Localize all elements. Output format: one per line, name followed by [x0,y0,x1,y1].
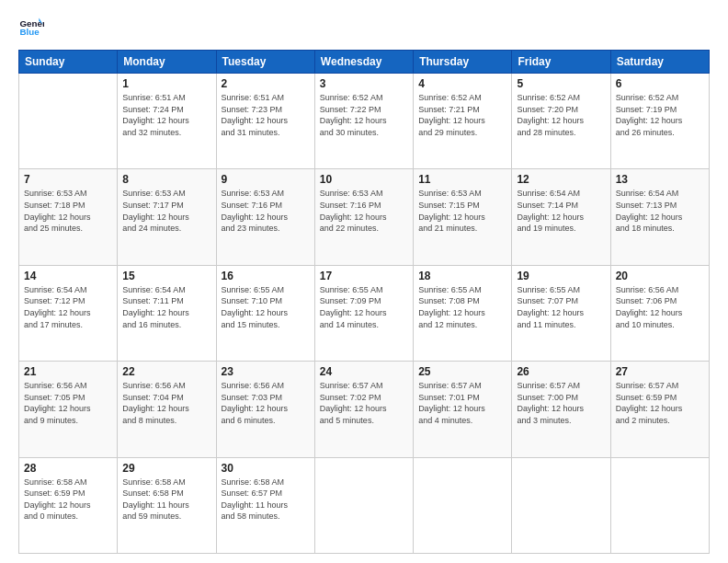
cell-info: Sunrise: 6:58 AM Sunset: 6:57 PM Dayligh… [222,477,310,523]
calendar-cell: 17Sunrise: 6:55 AM Sunset: 7:09 PM Dayli… [314,265,413,361]
cell-info: Sunrise: 6:54 AM Sunset: 7:11 PM Dayligh… [122,284,210,330]
cell-info: Sunrise: 6:57 AM Sunset: 7:00 PM Dayligh… [517,380,605,426]
day-header-monday: Monday [118,51,216,74]
day-number: 17 [320,270,408,282]
day-header-saturday: Saturday [610,51,709,74]
day-header-thursday: Thursday [414,51,512,74]
calendar-cell [610,457,709,553]
cell-info: Sunrise: 6:53 AM Sunset: 7:16 PM Dayligh… [320,188,408,234]
calendar-cell: 16Sunrise: 6:55 AM Sunset: 7:10 PM Dayli… [216,265,314,361]
calendar-cell: 27Sunrise: 6:57 AM Sunset: 6:59 PM Dayli… [610,362,709,457]
day-number: 14 [24,270,112,282]
calendar-cell [414,457,512,553]
cell-info: Sunrise: 6:58 AM Sunset: 6:58 PM Dayligh… [122,477,210,523]
calendar-cell: 18Sunrise: 6:55 AM Sunset: 7:08 PM Dayli… [414,265,512,361]
calendar-cell: 5Sunrise: 6:52 AM Sunset: 7:20 PM Daylig… [512,74,610,169]
day-number: 22 [122,365,210,378]
day-number: 5 [517,77,605,90]
calendar-cell: 29Sunrise: 6:58 AM Sunset: 6:58 PM Dayli… [118,457,216,553]
cell-info: Sunrise: 6:51 AM Sunset: 7:24 PM Dayligh… [122,92,210,138]
day-number: 7 [24,173,112,186]
calendar-cell: 9Sunrise: 6:53 AM Sunset: 7:16 PM Daylig… [216,169,314,265]
cell-info: Sunrise: 6:52 AM Sunset: 7:21 PM Dayligh… [418,92,506,138]
day-number: 23 [222,365,310,378]
calendar-cell: 14Sunrise: 6:54 AM Sunset: 7:12 PM Dayli… [19,265,118,361]
day-number: 13 [616,173,704,186]
day-number: 6 [616,77,704,90]
cell-info: Sunrise: 6:53 AM Sunset: 7:18 PM Dayligh… [24,188,112,234]
calendar-cell: 2Sunrise: 6:51 AM Sunset: 7:23 PM Daylig… [216,74,314,169]
calendar-cell: 4Sunrise: 6:52 AM Sunset: 7:21 PM Daylig… [414,74,512,169]
day-number: 30 [222,462,310,475]
cell-info: Sunrise: 6:56 AM Sunset: 7:05 PM Dayligh… [24,380,112,426]
cell-info: Sunrise: 6:55 AM Sunset: 7:07 PM Dayligh… [517,284,605,330]
day-number: 1 [122,77,210,90]
svg-text:Blue: Blue [19,27,40,37]
cell-info: Sunrise: 6:53 AM Sunset: 7:15 PM Dayligh… [418,188,506,234]
calendar-cell: 3Sunrise: 6:52 AM Sunset: 7:22 PM Daylig… [314,74,413,169]
calendar-cell [314,457,413,553]
day-number: 20 [616,270,704,282]
cell-info: Sunrise: 6:56 AM Sunset: 7:06 PM Dayligh… [616,284,704,330]
cell-info: Sunrise: 6:57 AM Sunset: 7:01 PM Dayligh… [418,380,506,426]
calendar: SundayMondayTuesdayWednesdayThursdayFrid… [18,50,710,554]
cell-info: Sunrise: 6:58 AM Sunset: 6:59 PM Dayligh… [24,477,112,523]
day-number: 28 [24,462,112,475]
cell-info: Sunrise: 6:52 AM Sunset: 7:22 PM Dayligh… [320,92,408,138]
cell-info: Sunrise: 6:56 AM Sunset: 7:03 PM Dayligh… [222,380,310,426]
cell-info: Sunrise: 6:55 AM Sunset: 7:08 PM Dayligh… [418,284,506,330]
calendar-cell: 20Sunrise: 6:56 AM Sunset: 7:06 PM Dayli… [610,265,709,361]
calendar-cell: 25Sunrise: 6:57 AM Sunset: 7:01 PM Dayli… [414,362,512,457]
calendar-cell: 11Sunrise: 6:53 AM Sunset: 7:15 PM Dayli… [414,169,512,265]
calendar-cell: 21Sunrise: 6:56 AM Sunset: 7:05 PM Dayli… [19,362,118,457]
calendar-cell: 13Sunrise: 6:54 AM Sunset: 7:13 PM Dayli… [610,169,709,265]
calendar-cell: 1Sunrise: 6:51 AM Sunset: 7:24 PM Daylig… [118,74,216,169]
calendar-cell [19,74,118,169]
day-number: 27 [616,365,704,378]
day-number: 16 [222,270,310,282]
calendar-cell [512,457,610,553]
calendar-cell: 19Sunrise: 6:55 AM Sunset: 7:07 PM Dayli… [512,265,610,361]
cell-info: Sunrise: 6:55 AM Sunset: 7:09 PM Dayligh… [320,284,408,330]
day-number: 24 [320,365,408,378]
day-header-tuesday: Tuesday [216,51,314,74]
day-number: 15 [122,270,210,282]
calendar-cell: 23Sunrise: 6:56 AM Sunset: 7:03 PM Dayli… [216,362,314,457]
calendar-cell: 10Sunrise: 6:53 AM Sunset: 7:16 PM Dayli… [314,169,413,265]
calendar-cell: 12Sunrise: 6:54 AM Sunset: 7:14 PM Dayli… [512,169,610,265]
day-number: 21 [24,365,112,378]
calendar-cell: 6Sunrise: 6:52 AM Sunset: 7:19 PM Daylig… [610,74,709,169]
calendar-cell: 24Sunrise: 6:57 AM Sunset: 7:02 PM Dayli… [314,362,413,457]
day-number: 25 [418,365,506,378]
calendar-cell: 15Sunrise: 6:54 AM Sunset: 7:11 PM Dayli… [118,265,216,361]
day-number: 19 [517,270,605,282]
cell-info: Sunrise: 6:51 AM Sunset: 7:23 PM Dayligh… [222,92,310,138]
calendar-cell: 30Sunrise: 6:58 AM Sunset: 6:57 PM Dayli… [216,457,314,553]
cell-info: Sunrise: 6:56 AM Sunset: 7:04 PM Dayligh… [122,380,210,426]
cell-info: Sunrise: 6:57 AM Sunset: 7:02 PM Dayligh… [320,380,408,426]
day-number: 29 [122,462,210,475]
cell-info: Sunrise: 6:53 AM Sunset: 7:17 PM Dayligh… [122,188,210,234]
calendar-cell: 22Sunrise: 6:56 AM Sunset: 7:04 PM Dayli… [118,362,216,457]
cell-info: Sunrise: 6:55 AM Sunset: 7:10 PM Dayligh… [222,284,310,330]
day-number: 8 [122,173,210,186]
cell-info: Sunrise: 6:54 AM Sunset: 7:14 PM Dayligh… [517,188,605,234]
day-header-wednesday: Wednesday [314,51,413,74]
day-number: 3 [320,77,408,90]
calendar-cell: 8Sunrise: 6:53 AM Sunset: 7:17 PM Daylig… [118,169,216,265]
cell-info: Sunrise: 6:53 AM Sunset: 7:16 PM Dayligh… [222,188,310,234]
calendar-cell: 28Sunrise: 6:58 AM Sunset: 6:59 PM Dayli… [19,457,118,553]
logo: General Blue [18,15,46,40]
calendar-cell: 26Sunrise: 6:57 AM Sunset: 7:00 PM Dayli… [512,362,610,457]
day-number: 18 [418,270,506,282]
cell-info: Sunrise: 6:57 AM Sunset: 6:59 PM Dayligh… [616,380,704,426]
day-number: 2 [222,77,310,90]
day-number: 11 [418,173,506,186]
day-number: 10 [320,173,408,186]
cell-info: Sunrise: 6:52 AM Sunset: 7:20 PM Dayligh… [517,92,605,138]
cell-info: Sunrise: 6:54 AM Sunset: 7:13 PM Dayligh… [616,188,704,234]
cell-info: Sunrise: 6:54 AM Sunset: 7:12 PM Dayligh… [24,284,112,330]
day-header-sunday: Sunday [19,51,118,74]
day-number: 12 [517,173,605,186]
day-number: 4 [418,77,506,90]
